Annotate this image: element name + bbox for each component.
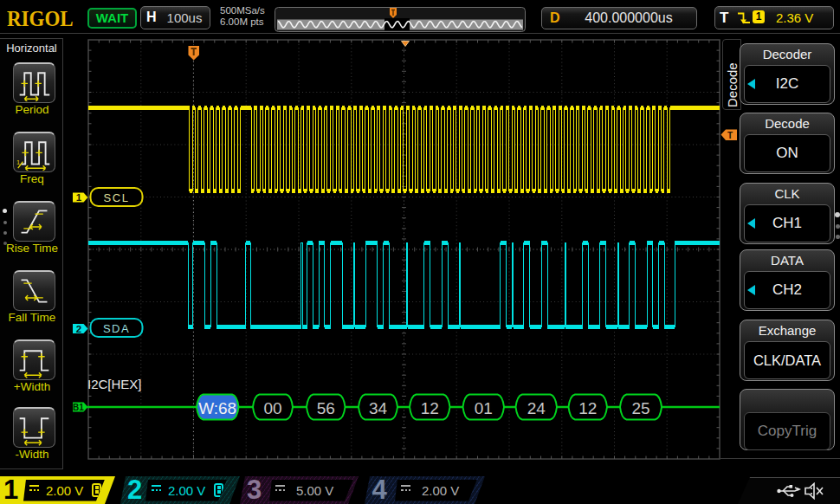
svg-text:00: 00 <box>263 399 281 417</box>
svg-text:24: 24 <box>527 399 546 417</box>
svg-text:2: 2 <box>76 324 81 334</box>
svg-text:12: 12 <box>578 399 597 417</box>
svg-text:I2C[HEX]: I2C[HEX] <box>87 377 142 391</box>
svg-text:SCL: SCL <box>104 191 130 204</box>
svg-text:B1: B1 <box>73 403 84 412</box>
svg-text:56: 56 <box>317 399 335 417</box>
svg-text:1: 1 <box>76 192 82 203</box>
svg-text:34: 34 <box>369 399 388 417</box>
svg-text:W:68: W:68 <box>198 399 236 417</box>
svg-text:12: 12 <box>421 399 439 417</box>
svg-text:25: 25 <box>631 399 649 417</box>
svg-text:01: 01 <box>475 399 493 417</box>
svg-text:SDA: SDA <box>103 322 130 335</box>
